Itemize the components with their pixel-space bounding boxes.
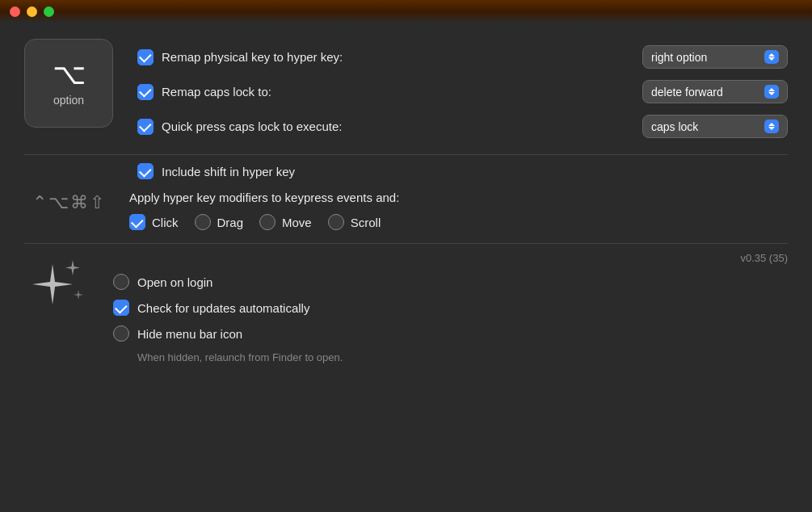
- label-remap-physical: Remap physical key to hyper key:: [162, 50, 343, 64]
- arrow-down-icon-3: [768, 127, 775, 130]
- middle-section: Include shift in hyper key ⌃⌥⌘⇧ Apply hy…: [24, 163, 788, 230]
- option-row-quick-press: Quick press caps lock to execute: caps l…: [137, 115, 788, 138]
- checkbox-scroll[interactable]: [328, 214, 344, 230]
- arrow-down-icon-2: [768, 92, 775, 95]
- arrow-up-icon-3: [768, 123, 775, 126]
- checkbox-item-scroll: Scroll: [328, 214, 381, 230]
- sparkle-svg: [28, 256, 93, 321]
- key-symbol: ⌥: [53, 60, 86, 89]
- version-row: v0.35 (35): [113, 252, 788, 264]
- option-row-check-updates: Check for updates automatically: [113, 300, 788, 316]
- arrow-down-icon: [768, 57, 775, 61]
- checkbox-open-login[interactable]: [113, 274, 129, 290]
- label-include-shift: Include shift in hyper key: [162, 165, 295, 178]
- checkbox-move[interactable]: [259, 214, 276, 230]
- key-icon-box: ⌥ option: [24, 39, 113, 128]
- checkbox-item-click: Click: [129, 214, 179, 230]
- label-open-login: Open on login: [137, 275, 212, 289]
- modifier-section: ⌃⌥⌘⇧ Apply hyper key modifiers to keypre…: [24, 191, 788, 230]
- dropdown-arrows-icon: [764, 50, 779, 64]
- divider-1: [24, 154, 788, 155]
- title-bar: [0, 0, 812, 23]
- bottom-section: v0.35 (35) Open on login Check for updat…: [24, 252, 788, 363]
- sparkle-icon: [24, 252, 97, 325]
- option-row-open-login: Open on login: [113, 274, 788, 290]
- label-quick-press: Quick press caps lock to execute:: [162, 120, 342, 133]
- bottom-right: v0.35 (35) Open on login Check for updat…: [113, 252, 788, 363]
- checkbox-check-updates[interactable]: [113, 300, 129, 316]
- options-list: Remap physical key to hyper key: right o…: [137, 39, 788, 138]
- arrow-up-icon-2: [768, 88, 775, 91]
- checkbox-item-move: Move: [259, 214, 312, 230]
- label-hide-menu: Hide menu bar icon: [137, 327, 242, 341]
- dropdown-arrows-icon-3: [764, 120, 779, 133]
- label-remap-caps: Remap caps lock to:: [162, 85, 271, 99]
- modifier-right: Apply hyper key modifiers to keypress ev…: [129, 191, 399, 230]
- label-check-updates: Check for updates automatically: [137, 301, 309, 315]
- apply-label: Apply hyper key modifiers to keypress ev…: [129, 191, 399, 204]
- label-click: Click: [152, 216, 179, 229]
- dropdown-arrows-icon-2: [764, 85, 779, 99]
- checkbox-quick-press[interactable]: [137, 119, 154, 135]
- dropdown-remap-caps[interactable]: delete forward: [642, 80, 788, 103]
- include-shift-row: Include shift in hyper key: [24, 163, 788, 179]
- arrow-up-icon: [768, 53, 775, 57]
- dropdown-remap-caps-value: delete forward: [651, 86, 723, 99]
- close-button[interactable]: [10, 6, 20, 17]
- checkbox-hide-menu[interactable]: [113, 325, 129, 342]
- dropdown-remap-physical[interactable]: right option: [642, 45, 788, 69]
- checkboxes-row: Click Drag Move Scroll: [129, 214, 399, 230]
- divider-2: [24, 243, 788, 244]
- version-text: v0.35 (35): [740, 252, 788, 264]
- bottom-options: Open on login Check for updates automati…: [113, 274, 788, 363]
- dropdown-quick-press[interactable]: caps lock: [642, 115, 788, 138]
- checkbox-item-drag: Drag: [195, 214, 244, 230]
- dropdown-remap-physical-value: right option: [651, 51, 707, 64]
- checkbox-include-shift[interactable]: [137, 163, 154, 179]
- label-move: Move: [282, 216, 312, 229]
- checkbox-drag[interactable]: [195, 214, 211, 230]
- label-scroll: Scroll: [351, 216, 381, 229]
- main-content: ⌥ option Remap physical key to hyper key…: [0, 23, 812, 380]
- hint-text: When hidden, relaunch from Finder to ope…: [113, 351, 788, 363]
- key-label: option: [53, 94, 84, 107]
- top-section: ⌥ option Remap physical key to hyper key…: [24, 39, 788, 138]
- checkbox-remap-caps[interactable]: [137, 84, 154, 100]
- dropdown-quick-press-value: caps lock: [651, 120, 698, 133]
- checkbox-click[interactable]: [129, 214, 145, 230]
- option-row-hide-menu: Hide menu bar icon: [113, 325, 788, 342]
- maximize-button[interactable]: [44, 6, 54, 17]
- modifier-symbols: ⌃⌥⌘⇧: [24, 191, 113, 213]
- checkbox-remap-physical[interactable]: [137, 49, 154, 65]
- option-row-remap-caps: Remap caps lock to: delete forward: [137, 80, 788, 103]
- option-row-remap-physical: Remap physical key to hyper key: right o…: [137, 45, 788, 69]
- label-drag: Drag: [217, 216, 244, 229]
- minimize-button[interactable]: [27, 6, 37, 17]
